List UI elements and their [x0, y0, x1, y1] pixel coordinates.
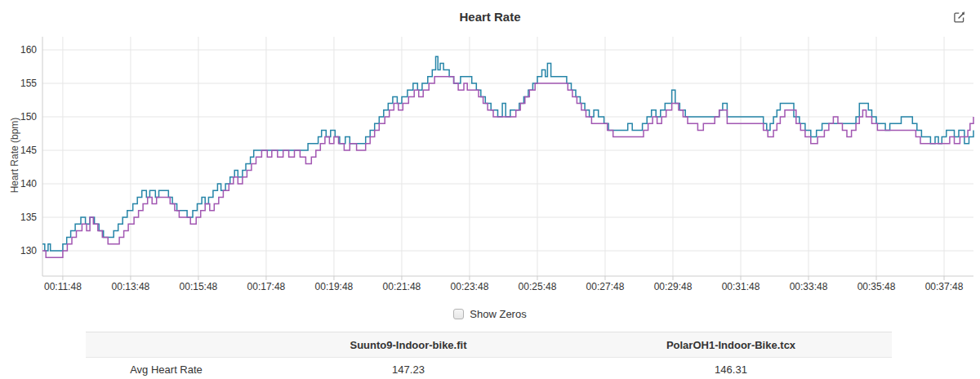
- column-header-file-2: PolarOH1-Indoor-Bike.tcx: [570, 332, 892, 358]
- y-axis-title: Heart Rate (bpm): [9, 106, 20, 204]
- svg-text:00:29:48: 00:29:48: [654, 281, 693, 292]
- svg-text:145: 145: [20, 145, 37, 156]
- show-zeros-label: Show Zeros: [470, 308, 526, 320]
- analyzer-panel: Heart Rate 13013514014515015516000:11:48…: [0, 0, 980, 379]
- svg-text:00:27:48: 00:27:48: [586, 281, 625, 292]
- svg-text:00:23:48: 00:23:48: [451, 281, 489, 292]
- svg-text:140: 140: [20, 178, 37, 190]
- stats-header-row: Suunto9-Indoor-bike.fit PolarOH1-Indoor-…: [86, 332, 892, 358]
- show-zeros-checkbox[interactable]: [453, 309, 464, 319]
- table-row: Avg Heart Rate 147.23 146.31: [86, 358, 892, 379]
- svg-text:00:19:48: 00:19:48: [315, 281, 354, 292]
- column-header-file-1: Suunto9-Indoor-bike.fit: [247, 332, 570, 358]
- svg-text:130: 130: [20, 245, 37, 256]
- metric-label: Avg Heart Rate: [86, 358, 247, 379]
- svg-text:00:21:48: 00:21:48: [383, 281, 421, 292]
- heart-rate-chart[interactable]: 13013514014515015516000:11:4800:13:4800:…: [0, 0, 980, 296]
- svg-text:160: 160: [20, 44, 37, 56]
- svg-text:00:33:48: 00:33:48: [790, 281, 828, 292]
- svg-text:00:17:48: 00:17:48: [247, 281, 286, 292]
- metric-value-file-2: 146.31: [570, 358, 892, 379]
- svg-text:00:13:48: 00:13:48: [112, 281, 150, 292]
- column-header-metric: [86, 332, 247, 358]
- svg-text:00:37:48: 00:37:48: [925, 281, 964, 292]
- svg-text:00:25:48: 00:25:48: [519, 281, 557, 292]
- svg-text:155: 155: [20, 78, 37, 89]
- metric-value-file-1: 147.23: [247, 358, 570, 379]
- stats-table: Suunto9-Indoor-bike.fit PolarOH1-Indoor-…: [86, 332, 892, 379]
- svg-text:00:35:48: 00:35:48: [858, 281, 896, 292]
- show-zeros-control: Show Zeros: [0, 308, 980, 320]
- svg-text:150: 150: [20, 111, 37, 123]
- svg-text:00:15:48: 00:15:48: [180, 281, 218, 292]
- svg-text:135: 135: [20, 212, 37, 223]
- svg-text:00:31:48: 00:31:48: [722, 281, 760, 292]
- svg-text:00:11:48: 00:11:48: [44, 281, 82, 292]
